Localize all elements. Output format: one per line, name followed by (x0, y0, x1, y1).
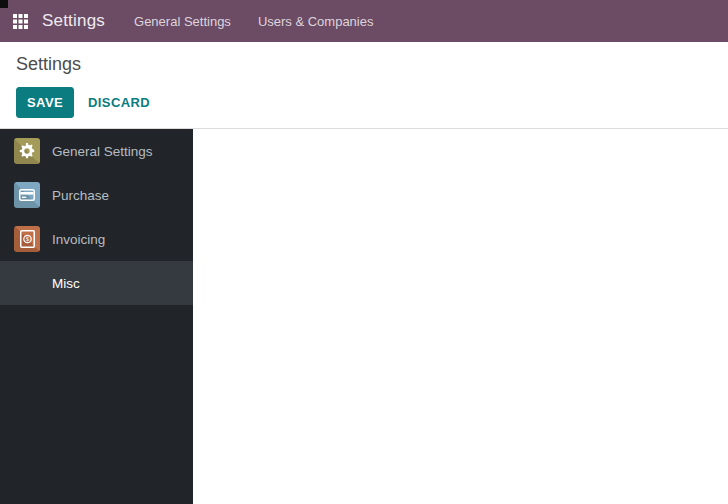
sidebar-item-invoicing[interactable]: $ Invoicing (0, 217, 193, 261)
page-body: General Settings Purchase (0, 129, 728, 504)
nav-menu: General Settings Users & Companies (134, 14, 400, 29)
svg-text:$: $ (25, 235, 29, 242)
top-navbar: Settings General Settings Users & Compan… (0, 0, 728, 42)
discard-button[interactable]: DISCARD (82, 88, 156, 117)
sidebar-item-label: General Settings (52, 144, 153, 159)
sidebar-item-label: Invoicing (52, 232, 105, 247)
control-panel: Settings SAVE DISCARD (0, 42, 728, 129)
odoo-settings-screen: Settings General Settings Users & Compan… (0, 0, 728, 504)
apps-grid-icon[interactable] (12, 13, 28, 29)
credit-card-icon (14, 182, 40, 208)
settings-content-pane (193, 129, 728, 504)
save-button[interactable]: SAVE (16, 87, 74, 118)
breadcrumb-title: Settings (16, 54, 712, 75)
sidebar-item-general-settings[interactable]: General Settings (0, 129, 193, 173)
settings-sidebar: General Settings Purchase (0, 129, 193, 504)
nav-item-general-settings[interactable]: General Settings (134, 14, 231, 29)
sidebar-item-misc[interactable]: Misc (0, 261, 193, 305)
sidebar-item-label: Purchase (52, 188, 109, 203)
invoice-document-icon: $ (14, 226, 40, 252)
gear-icon (14, 138, 40, 164)
nav-item-users-companies[interactable]: Users & Companies (258, 14, 374, 29)
app-title[interactable]: Settings (42, 11, 105, 31)
control-panel-buttons: SAVE DISCARD (16, 87, 712, 118)
sidebar-item-purchase[interactable]: Purchase (0, 173, 193, 217)
screen-corner-artifact (0, 0, 8, 8)
sidebar-item-label: Misc (52, 276, 80, 291)
